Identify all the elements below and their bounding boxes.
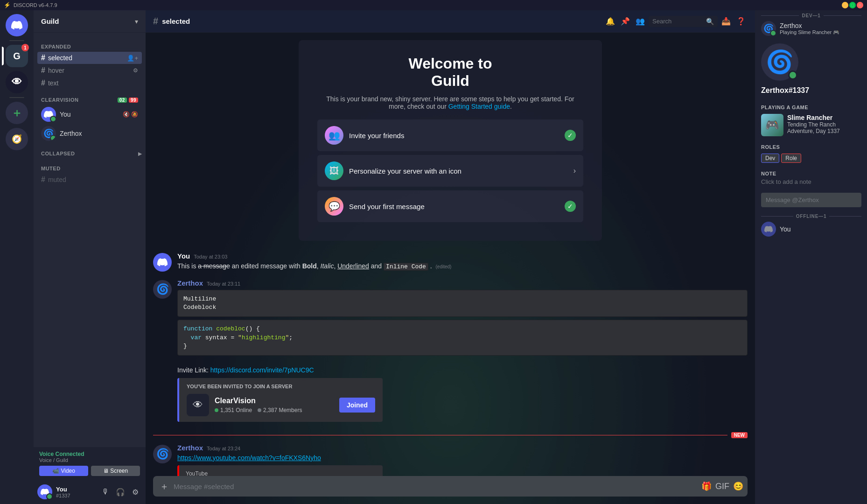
members-dot xyxy=(258,408,261,412)
close-button[interactable]: × xyxy=(857,2,863,8)
first-message-label: Send your first message xyxy=(349,203,559,210)
user-settings-button[interactable]: ⚙ xyxy=(129,485,142,498)
zerthox-panel-name: Zerthox xyxy=(780,22,839,29)
deafen-button[interactable]: 🎧 xyxy=(114,485,127,498)
add-server-button[interactable]: ＋ xyxy=(6,102,28,124)
panel-avatar-area: 🌀 xyxy=(761,43,861,81)
members-count: 2,387 Members xyxy=(263,407,302,413)
msg-author-zerthox-2[interactable]: Zerthox xyxy=(177,444,203,452)
dev-section-label: DEV—1 xyxy=(802,13,820,18)
members-icon[interactable]: 👥 xyxy=(634,15,647,28)
msg-text-invite: Invite Link: https://discord.com/invite/… xyxy=(177,366,748,375)
server-separator xyxy=(9,40,24,41)
message-group-2: 🌀 Zerthox Today at 23:11 Multiline Codeb… xyxy=(153,279,748,358)
user-info: You #1337 xyxy=(56,486,95,498)
channel-hash-header: # xyxy=(153,16,158,27)
roles-section: ROLES Dev Role xyxy=(755,140,867,167)
section-header-muted: MUTED xyxy=(34,158,146,173)
offline-section-label: OFFLINE—1 xyxy=(796,214,827,219)
explore-button[interactable]: 🧭 xyxy=(6,128,28,150)
zerthox-panel-item[interactable]: 🌀 Zerthox Playing Slime Rancher 🎮 xyxy=(755,19,867,38)
message-input-area: ＋ 🎁 GIF 😊 xyxy=(146,476,755,504)
message-input[interactable] xyxy=(174,477,697,496)
channel-icons-2: ⚙ xyxy=(133,67,138,74)
collapse-icon[interactable]: ▶ xyxy=(138,151,142,156)
search-input[interactable] xyxy=(652,18,703,25)
first-message-icon: 💬 xyxy=(325,197,343,216)
server-icon-guild[interactable]: G 1 xyxy=(6,45,28,67)
invite-link[interactable]: https://discord.com/invite/7pNUC9C xyxy=(210,366,314,374)
code-block-simple: Multiline Codeblock xyxy=(177,290,748,317)
msg-header-1: You Today at 23:03 xyxy=(177,252,748,260)
panel-user-tag: #1337 xyxy=(789,86,810,94)
msg-timestamp-1: Today at 23:03 xyxy=(194,254,227,259)
channel-hash-muted: # xyxy=(41,175,45,184)
channel-name-selected: selected xyxy=(48,54,72,62)
server-icon-discord[interactable] xyxy=(6,14,28,36)
welcome-title: Welcome toGuild xyxy=(317,55,583,90)
join-button[interactable]: Joined xyxy=(339,398,375,413)
member-item-zerthox[interactable]: 🌀 Zerthox xyxy=(37,124,142,143)
discord-logo: ⚡ xyxy=(4,2,11,8)
guild-header[interactable]: Guild ▾ xyxy=(34,10,146,33)
add-members-icon[interactable]: 👤+ xyxy=(127,55,138,62)
strikethrough: a message xyxy=(198,262,230,270)
msg-author-you[interactable]: You xyxy=(177,252,190,260)
titlebar-right: − □ × xyxy=(842,2,863,8)
panel-user-card: 🌀 Zerthox#1337 xyxy=(755,38,867,101)
emoji-button[interactable]: 😊 xyxy=(731,479,746,494)
panel-message-input[interactable]: Message @Zerthox xyxy=(761,193,861,207)
gif-button[interactable]: GIF xyxy=(715,479,730,494)
member-item-you[interactable]: You 🔇 🔕 xyxy=(37,105,142,124)
role-dev[interactable]: Dev xyxy=(761,154,779,163)
attach-button[interactable]: ＋ xyxy=(157,476,172,497)
message-input-wrapper[interactable]: ＋ 🎁 GIF 😊 xyxy=(153,476,748,497)
messages-area[interactable]: Welcome toGuild This is your brand new, … xyxy=(146,33,755,476)
welcome-guild-name: Guild xyxy=(431,72,469,89)
settings-icon[interactable]: ⚙ xyxy=(133,67,138,74)
restore-button[interactable]: □ xyxy=(849,2,856,8)
notification-icon[interactable]: 🔔 xyxy=(604,15,617,28)
pin-icon[interactable]: 📌 xyxy=(619,15,632,28)
channel-item-text[interactable]: # text xyxy=(37,77,142,89)
main-content: # selected 🔔 📌 👥 🔍 📥 ❓ Welcome toGuild xyxy=(146,10,755,504)
game-icon: 🎮 xyxy=(761,114,783,136)
channel-name-hover: hover xyxy=(48,67,64,74)
muted-label: MUTED xyxy=(41,166,61,171)
minimize-button[interactable]: − xyxy=(842,2,848,8)
role-role[interactable]: Role xyxy=(781,154,801,163)
msg-author-zerthox[interactable]: Zerthox xyxy=(177,279,203,287)
header-actions: 🔔 📌 👥 🔍 📥 ❓ xyxy=(604,15,748,28)
msg-content-3: Invite Link: https://discord.com/invite/… xyxy=(177,366,748,425)
plus-icon: ＋ xyxy=(11,105,22,120)
zerthox-playing-badge: Playing Slime Rancher 🎮 xyxy=(780,29,839,35)
voice-buttons: 📹 Video 🖥 Screen xyxy=(39,466,140,476)
channel-item-selected[interactable]: # selected 👤+ xyxy=(37,52,142,64)
new-divider-line xyxy=(153,435,727,435)
playing-title: PLAYING A GAME xyxy=(761,105,861,110)
section-header-expanded: EXPANDED xyxy=(34,36,146,51)
setup-personalize[interactable]: 🖼 Personalize your server with an icon › xyxy=(317,155,583,187)
search-bar[interactable]: 🔍 xyxy=(649,16,718,27)
app: G 1 👁 ＋ 🧭 Guild ▾ EXPANDED xyxy=(0,10,867,504)
getting-started-link[interactable]: Getting Started guide xyxy=(448,103,510,110)
game-activity: 🎮 Slime Rancher Tending The Ranch Advent… xyxy=(761,114,861,136)
inbox-icon[interactable]: 📥 xyxy=(720,15,733,28)
you-offline-item[interactable]: You xyxy=(755,220,867,238)
channel-item-hover[interactable]: # hover ⚙ xyxy=(37,64,142,77)
server-icon-eye[interactable]: 👁 xyxy=(6,71,28,93)
titlebar-left: ⚡ DISCORD v6-4.7.9 xyxy=(4,2,57,8)
note-input[interactable]: Click to add a note xyxy=(761,178,861,185)
setup-invite[interactable]: 👥 Invite your friends ✓ xyxy=(317,119,583,151)
message-group-4: 🌀 Zerthox Today at 23:24 https://www.you… xyxy=(153,444,748,476)
mute-button[interactable]: 🎙 xyxy=(99,485,112,498)
youtube-link[interactable]: https://www.youtube.com/watch?v=foFKXS6N… xyxy=(177,454,321,462)
screen-button[interactable]: 🖥 Screen xyxy=(91,466,140,476)
setup-message[interactable]: 💬 Send your first message ✓ xyxy=(317,190,583,222)
gift-button[interactable]: 🎁 xyxy=(699,479,714,494)
invite-server-icon: 👁 xyxy=(187,394,209,416)
channel-item-muted[interactable]: # muted xyxy=(37,174,142,186)
clearvision-badge-99: 99 xyxy=(129,98,138,103)
help-icon[interactable]: ❓ xyxy=(734,15,748,28)
video-button[interactable]: 📹 Video xyxy=(39,466,88,476)
